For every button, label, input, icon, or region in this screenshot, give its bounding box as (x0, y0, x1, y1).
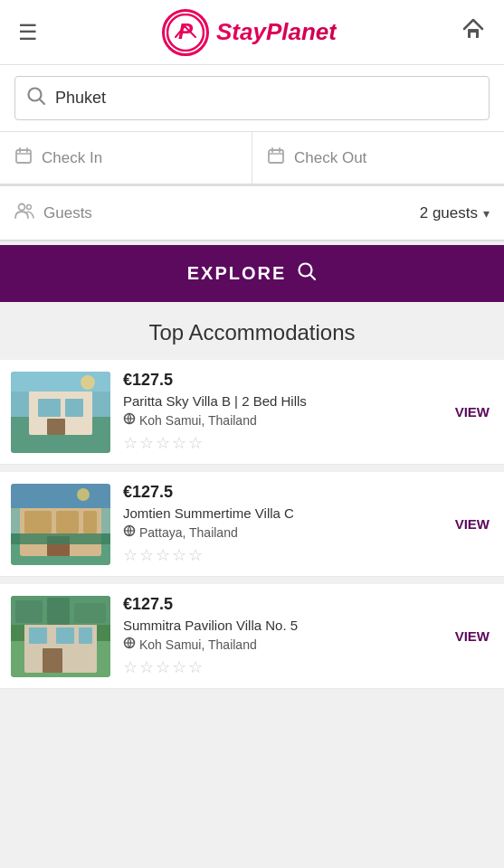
star-2: ☆ (139, 433, 154, 453)
checkout-label: Check Out (294, 149, 366, 167)
svg-rect-38 (11, 484, 110, 508)
listing-info-2: €127.5 Jomtien Summertime Villa C Pattay… (123, 483, 439, 565)
listing-info-1: €127.5 Paritta Sky Villa B | 2 Bed Hills… (123, 371, 439, 453)
svg-rect-37 (11, 533, 110, 544)
svg-rect-45 (29, 627, 47, 644)
location-icon-1 (123, 412, 136, 428)
listing-location-text-2: Pattaya, Thailand (139, 525, 238, 540)
star-5: ☆ (188, 657, 203, 677)
listing-image-2 (11, 484, 110, 565)
logo: P StayPlanet (162, 9, 337, 56)
listing-stars-2: ☆ ☆ ☆ ☆ ☆ (123, 545, 439, 565)
guests-icon (14, 201, 34, 225)
svg-rect-52 (47, 598, 70, 625)
view-button-3[interactable]: VIEW (452, 623, 493, 649)
svg-rect-22 (65, 399, 83, 417)
listing-location-3: Koh Samui, Thailand (123, 637, 439, 652)
svg-rect-10 (269, 150, 283, 163)
checkin-label: Check In (42, 149, 102, 167)
checkout-calendar-icon (267, 146, 285, 169)
svg-point-39 (77, 488, 90, 501)
svg-rect-23 (47, 419, 65, 435)
svg-rect-51 (15, 600, 43, 623)
checkin-field[interactable]: Check In (0, 132, 252, 185)
chevron-down-icon: ▾ (483, 206, 490, 221)
logo-svg: P (166, 14, 204, 52)
svg-rect-47 (79, 627, 92, 644)
app-header: ☰ P StayPlanet (0, 0, 504, 65)
home-button[interactable] (457, 13, 490, 52)
guests-label: Guests (43, 204, 92, 222)
view-button-2[interactable]: VIEW (452, 511, 493, 537)
explore-button[interactable]: EXPLORE (0, 245, 504, 302)
star-3: ☆ (156, 433, 170, 453)
guests-count: 2 guests (420, 204, 478, 222)
star-3: ☆ (156, 545, 170, 565)
star-3: ☆ (156, 657, 170, 677)
star-2: ☆ (139, 545, 154, 565)
listing-card-3: €127.5 Summitra Pavilion Villa No. 5 Koh… (0, 584, 504, 689)
svg-rect-33 (56, 511, 79, 533)
section-title: Top Accommodations (0, 320, 504, 345)
guests-left: Guests (14, 201, 92, 225)
listing-location-1: Koh Samui, Thailand (123, 412, 439, 428)
listing-name-1: Paritta Sky Villa B | 2 Bed Hills (123, 393, 322, 409)
svg-rect-3 (471, 33, 476, 38)
checkout-field[interactable]: Check Out (252, 132, 504, 185)
svg-rect-34 (83, 511, 97, 533)
explore-label: EXPLORE (187, 263, 287, 284)
listing-stars-1: ☆ ☆ ☆ ☆ ☆ (123, 433, 439, 453)
listing-price-3: €127.5 (123, 595, 439, 614)
search-input-wrapper[interactable] (14, 76, 490, 120)
checkin-calendar-icon (14, 146, 33, 169)
listing-name-2: Jomtien Summertime Villa C (123, 505, 322, 521)
search-container (0, 65, 504, 132)
logo-circle: P (162, 9, 209, 56)
search-input[interactable] (55, 89, 478, 108)
star-4: ☆ (172, 545, 186, 565)
listing-location-2: Pattaya, Thailand (123, 524, 439, 540)
svg-line-17 (310, 275, 315, 279)
svg-rect-48 (43, 648, 62, 673)
listing-image-1 (11, 372, 110, 453)
star-2: ☆ (139, 657, 154, 677)
star-4: ☆ (172, 657, 186, 677)
listing-name-3: Summitra Pavilion Villa No. 5 (123, 618, 322, 633)
svg-point-14 (19, 204, 25, 211)
star-1: ☆ (123, 433, 138, 453)
listing-card: €127.5 Paritta Sky Villa B | 2 Bed Hills… (0, 360, 504, 465)
home-icon (461, 20, 486, 47)
svg-rect-21 (38, 399, 61, 417)
guests-row[interactable]: Guests 2 guests ▾ (0, 186, 504, 241)
star-1: ☆ (123, 545, 138, 565)
svg-rect-53 (74, 603, 106, 623)
svg-point-26 (81, 375, 95, 390)
svg-rect-6 (16, 150, 31, 163)
logo-text: StayPlanet (216, 18, 337, 46)
listing-stars-3: ☆ ☆ ☆ ☆ ☆ (123, 657, 439, 677)
star-4: ☆ (172, 433, 186, 453)
svg-rect-32 (24, 511, 52, 533)
listing-image-3 (11, 596, 110, 677)
menu-button[interactable]: ☰ (14, 16, 42, 49)
star-1: ☆ (123, 657, 138, 677)
svg-line-5 (40, 99, 44, 104)
explore-search-icon (297, 261, 317, 286)
listing-location-text-1: Koh Samui, Thailand (139, 413, 257, 428)
date-row: Check In Check Out (0, 132, 504, 186)
guests-value: 2 guests ▾ (420, 204, 490, 222)
star-5: ☆ (188, 545, 203, 565)
location-icon-3 (123, 637, 136, 652)
star-5: ☆ (188, 433, 203, 453)
hamburger-icon: ☰ (18, 20, 38, 44)
listing-price-2: €127.5 (123, 483, 439, 502)
location-icon-2 (123, 524, 136, 540)
listing-card-2: €127.5 Jomtien Summertime Villa C Pattay… (0, 472, 504, 577)
svg-rect-25 (11, 372, 110, 392)
listing-info-3: €127.5 Summitra Pavilion Villa No. 5 Koh… (123, 595, 439, 677)
listing-location-text-3: Koh Samui, Thailand (139, 637, 257, 652)
svg-point-15 (27, 205, 32, 210)
view-button-1[interactable]: VIEW (452, 399, 493, 425)
search-icon (26, 86, 46, 110)
svg-rect-46 (56, 627, 74, 644)
